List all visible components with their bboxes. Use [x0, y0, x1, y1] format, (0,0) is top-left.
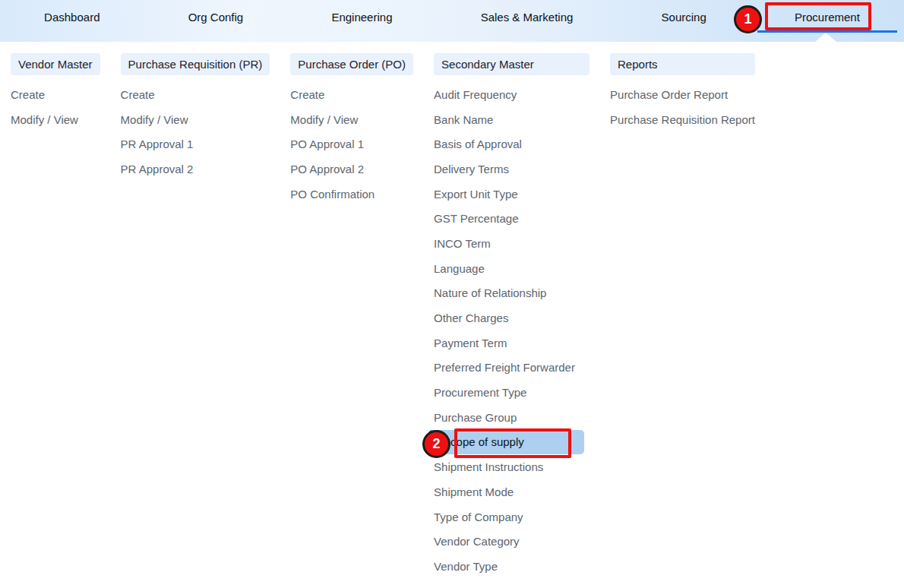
column-header: Secondary Master: [434, 53, 589, 75]
nav-tab-sales-marketing[interactable]: Sales & Marketing: [467, 0, 587, 42]
menu-column-reports: ReportsPurchase Order ReportPurchase Req…: [610, 53, 755, 131]
menu-item-po-approval-1[interactable]: PO Approval 1: [290, 131, 413, 156]
column-items: CreateModify / View: [11, 82, 100, 131]
menu-item-vendor-type[interactable]: Vendor Type: [434, 554, 589, 579]
menu-item-payment-term[interactable]: Payment Term: [434, 330, 589, 356]
menu-item-modify-view[interactable]: Modify / View: [11, 107, 100, 132]
menu-item-po-confirmation[interactable]: PO Confirmation: [290, 182, 413, 207]
column-items: Purchase Order ReportPurchase Requisitio…: [610, 82, 755, 131]
menu-item-inco-term[interactable]: INCO Term: [434, 231, 589, 256]
menu-caret-icon: [815, 33, 836, 42]
nav-tab-label: Sales & Marketing: [481, 11, 574, 24]
menu-column-secondary-master: Secondary MasterAudit FrequencyBank Name…: [434, 53, 589, 579]
nav-tab-label: Sourcing: [662, 11, 706, 24]
menu-item-create[interactable]: Create: [121, 82, 270, 107]
column-items: CreateModify / ViewPR Approval 1PR Appro…: [121, 82, 270, 182]
menu-item-nature-of-relationship[interactable]: Nature of Relationship: [434, 281, 589, 306]
menu-item-gst-percentage[interactable]: GST Percentage: [434, 206, 589, 231]
menu-item-type-of-company[interactable]: Type of Company: [434, 504, 589, 530]
nav-tab-label: Procurement: [795, 11, 860, 24]
menu-item-bank-name[interactable]: Bank Name: [434, 107, 589, 132]
menu-item-purchase-group[interactable]: Purchase Group: [434, 405, 589, 430]
nav-tab-dashboard[interactable]: Dashboard: [30, 0, 113, 42]
page: DashboardOrg ConfigEngineeringSales & Ma…: [0, 0, 904, 588]
menu-item-vendor-category[interactable]: Vendor Category: [434, 529, 589, 554]
menu-item-shipment-mode[interactable]: Shipment Mode: [434, 479, 589, 504]
menu-column-purchase-order-po: Purchase Order (PO)CreateModify / ViewPO…: [290, 53, 413, 206]
column-header: Reports: [610, 53, 755, 75]
menu-item-pr-approval-1[interactable]: PR Approval 1: [121, 131, 270, 156]
menu-item-pr-approval-2[interactable]: PR Approval 2: [121, 156, 270, 182]
column-header: Purchase Order (PO): [290, 53, 413, 75]
menu-item-purchase-order-report[interactable]: Purchase Order Report: [610, 82, 755, 107]
menu-item-language[interactable]: Language: [434, 256, 589, 281]
menu-column-purchase-requisition-pr: Purchase Requisition (PR)CreateModify / …: [121, 53, 270, 182]
menu-column-vendor-master: Vendor MasterCreateModify / View: [11, 53, 100, 131]
column-header: Vendor Master: [11, 53, 100, 75]
menu-item-create[interactable]: Create: [290, 82, 413, 107]
nav-tab-label: Engineering: [331, 11, 392, 24]
menu-item-basis-of-approval[interactable]: Basis of Approval: [434, 131, 589, 156]
menu-item-export-unit-type[interactable]: Export Unit Type: [434, 182, 589, 207]
menu-item-procurement-type[interactable]: Procurement Type: [434, 380, 589, 405]
column-items: Audit FrequencyBank NameBasis of Approva…: [434, 82, 589, 579]
menu-item-preferred-freight-forwarder[interactable]: Preferred Freight Forwarder: [434, 356, 589, 381]
nav-tab-org-config[interactable]: Org Config: [175, 0, 258, 42]
nav-tab-label: Org Config: [188, 11, 244, 24]
menu-item-shipment-instructions[interactable]: Shipment Instructions: [434, 454, 589, 479]
menu-item-modify-view[interactable]: Modify / View: [121, 107, 270, 132]
nav-tab-label: Dashboard: [44, 11, 100, 24]
column-items: CreateModify / ViewPO Approval 1PO Appro…: [290, 82, 413, 206]
menu-item-audit-frequency[interactable]: Audit Frequency: [434, 82, 589, 107]
menu-item-other-charges[interactable]: Other Charges: [434, 305, 589, 330]
menu-item-delivery-terms[interactable]: Delivery Terms: [434, 156, 589, 182]
column-header: Purchase Requisition (PR): [121, 53, 270, 75]
menu-item-scope-of-supply[interactable]: Scope of supply: [428, 430, 584, 455]
nav-tab-engineering[interactable]: Engineering: [318, 0, 406, 42]
top-nav: DashboardOrg ConfigEngineeringSales & Ma…: [0, 0, 904, 42]
menu-item-purchase-requisition-report[interactable]: Purchase Requisition Report: [610, 107, 755, 132]
menu-item-create[interactable]: Create: [11, 82, 100, 107]
menu-item-modify-view[interactable]: Modify / View: [290, 107, 413, 132]
nav-tab-sourcing[interactable]: Sourcing: [648, 0, 720, 42]
mega-menu: Vendor MasterCreateModify / ViewPurchase…: [0, 42, 904, 588]
menu-item-po-approval-2[interactable]: PO Approval 2: [290, 156, 413, 182]
